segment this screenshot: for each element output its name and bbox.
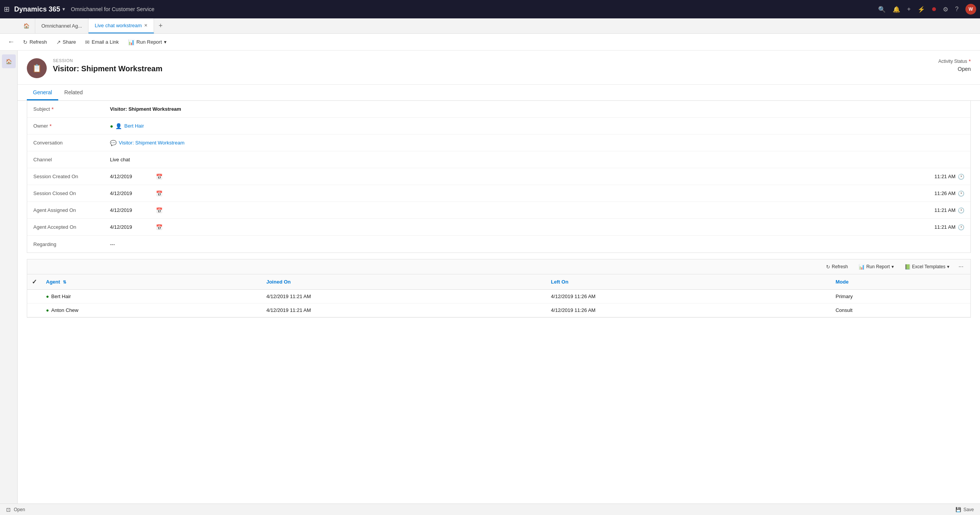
back-button[interactable]: ← [5,36,18,48]
calendar-icon-closed[interactable]: 📅 [156,190,162,197]
subgrid-run-report-label: Run Report [866,264,890,269]
conversation-link[interactable]: Visitor: Shipment Workstream [119,140,184,146]
field-session-created-on: Session Created On 4/12/2019 📅 11:21 AM … [27,168,970,185]
left-sidebar: 🏠 [0,51,18,515]
settings-icon[interactable]: ⚙ [943,6,948,13]
tab-livechat-label: Live chat workstream [95,23,142,28]
agents-subgrid: ↻ Refresh 📊 Run Report ▾ 📗 Excel Templat… [27,259,971,318]
field-agent-accepted-on: Agent Accepted On 4/12/2019 📅 11:21 AM 🕐 [27,219,970,236]
app-subtitle: Omnichannel for Customer Service [71,6,154,12]
subgrid-refresh-button[interactable]: ↻ Refresh [822,262,852,271]
run-report-button[interactable]: 📊 Run Report ▾ [124,37,170,47]
field-session-closed-on: Session Closed On 4/12/2019 📅 11:26 AM 🕐 [27,185,970,202]
owner-status-icon: ● [110,123,113,129]
sidebar-icon-home[interactable]: 🏠 [2,54,16,68]
value-agent-assigned-on: 4/12/2019 📅 11:21 AM 🕐 [110,207,964,213]
notification-icon[interactable]: 🔔 [893,6,900,13]
owner-link[interactable]: Bert Hair [124,123,144,129]
row-check-1[interactable] [27,290,41,303]
left-on-2: 4/12/2019 11:26 AM [546,303,831,317]
label-session-created-on: Session Created On [33,174,110,179]
share-button[interactable]: ↗ Share [52,37,80,47]
record-meta: SESSION Visitor: Shipment Workstream [53,58,162,73]
left-on-1: 4/12/2019 11:26 AM [546,290,831,303]
table-row: ● Anton Chew 4/12/2019 11:21 AM 4/12/201… [27,303,970,317]
row-check-2[interactable] [27,303,41,317]
clock-icon-accepted: 🕐 [958,224,964,230]
agent-name-2: ● Anton Chew [41,303,262,317]
joined-on-2: 4/12/2019 11:21 AM [262,303,546,317]
check-all-header[interactable]: ✓ [27,274,41,290]
help-icon[interactable]: ? [955,6,959,13]
app-title: Dynamics 365 ▾ [14,5,65,13]
share-icon: ↗ [56,39,61,45]
col-joined-on[interactable]: Joined On [262,274,546,290]
field-regarding: Regarding --- [27,236,970,253]
field-subject: Subject * Visitor: Shipment Workstream [27,101,970,118]
report-icon: 📊 [128,39,134,45]
record-area: 📋 SESSION Visitor: Shipment Workstream A… [18,51,980,515]
subgrid-run-report-button[interactable]: 📊 Run Report ▾ [855,262,897,271]
save-icon: 💾 [955,507,961,512]
add-icon[interactable]: + [907,6,911,13]
subgrid-excel-button[interactable]: 📗 Excel Templates ▾ [901,262,953,271]
excel-dropdown-icon[interactable]: ▾ [947,264,949,269]
agent-name-1: ● Bert Hair [41,290,262,303]
required-indicator: * [969,58,971,64]
sort-icon-agent: ⇅ [63,280,66,284]
main-content: 🏠 📋 SESSION Visitor: Shipment Workstream… [0,51,980,515]
subgrid-more-button[interactable]: ··· [956,262,966,272]
value-regarding: --- [110,241,964,247]
joined-on-1: 4/12/2019 11:21 AM [262,290,546,303]
value-session-created-on: 4/12/2019 📅 11:21 AM 🕐 [110,174,964,180]
status-bar-value: Open [14,507,25,512]
status-dot [932,7,936,11]
table-header-row: ✓ Agent ⇅ Joined On Left On [27,274,970,290]
label-conversation: Conversation [33,140,110,146]
tab-livechat[interactable]: Live chat workstream ✕ [88,18,154,33]
col-left-on[interactable]: Left On [546,274,831,290]
refresh-button[interactable]: ↻ Refresh [19,37,51,47]
record-icon: 📋 [27,58,47,78]
mode-1: Primary [831,290,970,303]
agents-table: ✓ Agent ⇅ Joined On Left On [27,274,970,317]
label-agent-assigned-on: Agent Assigned On [33,207,110,213]
chevron-down-icon[interactable]: ▾ [62,7,65,12]
run-report-chevron[interactable]: ▾ [164,39,167,45]
run-report-dropdown-icon[interactable]: ▾ [892,264,894,269]
grid-icon[interactable]: ⊞ [4,5,10,13]
tab-close-icon[interactable]: ✕ [144,23,147,28]
user-avatar[interactable]: W [965,4,976,15]
tab-related[interactable]: Related [58,85,89,100]
col-mode[interactable]: Mode [831,274,970,290]
form-section: Subject * Visitor: Shipment Workstream O… [27,101,971,253]
tab-general[interactable]: General [27,85,58,100]
required-owner: * [49,123,51,129]
search-icon[interactable]: 🔍 [878,6,886,13]
required-subject: * [51,106,53,112]
status-bar-icon[interactable]: ⊡ [6,507,11,513]
label-channel: Channel [33,157,110,162]
refresh-label: Refresh [29,39,47,45]
clock-icon-closed: 🕐 [958,190,964,197]
filter-icon[interactable]: ⚡ [918,6,925,13]
calendar-icon-created[interactable]: 📅 [156,174,162,180]
col-agent[interactable]: Agent ⇅ [41,274,262,290]
subgrid-refresh-label: Refresh [832,264,848,269]
tab-add-button[interactable]: + [154,22,167,30]
email-link-button[interactable]: ✉ Email a Link [81,37,123,47]
status-bar: ⊡ Open 💾 Save [0,504,980,515]
label-regarding: Regarding [33,241,110,247]
calendar-icon-assigned[interactable]: 📅 [156,207,162,213]
clock-icon-assigned: 🕐 [958,207,964,213]
activity-status-label: Activity Status * [938,58,971,64]
home-button[interactable]: 🏠 [18,18,35,34]
chat-icon: 💬 [110,140,116,146]
toolbar: ← ↻ Refresh ↗ Share ✉ Email a Link 📊 Run… [0,34,980,51]
tab-omnichannel[interactable]: Omnichannel Ag... [35,18,88,33]
save-button[interactable]: 💾 Save [955,507,974,512]
label-session-closed-on: Session Closed On [33,190,110,196]
run-report-label: Run Report [136,39,162,45]
field-conversation: Conversation 💬 Visitor: Shipment Workstr… [27,134,970,151]
calendar-icon-accepted[interactable]: 📅 [156,224,162,230]
